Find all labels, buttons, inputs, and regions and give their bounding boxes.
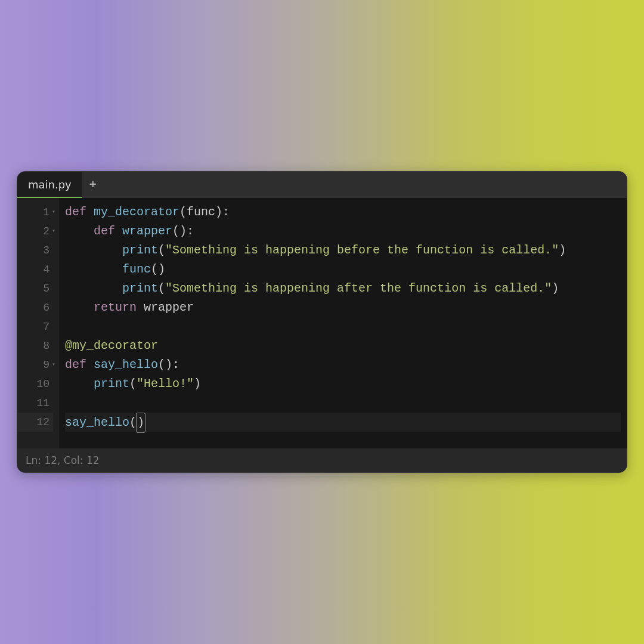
token: ) xyxy=(194,377,201,391)
code-line[interactable]: print("Hello!") xyxy=(65,374,621,394)
token: def xyxy=(65,358,94,371)
status-line-col[interactable]: Ln: 12, Col: 12 xyxy=(26,454,100,466)
editor-window: main.py + 123456789101112 def my_decorat… xyxy=(17,171,627,473)
code-line[interactable]: func() xyxy=(65,260,621,279)
token: wrapper xyxy=(144,301,194,314)
token: () xyxy=(151,262,165,276)
gutter-line[interactable]: 10 xyxy=(17,374,53,394)
gutter-line[interactable]: 5 xyxy=(17,279,53,298)
token: print xyxy=(122,281,158,295)
token: ) xyxy=(136,413,145,433)
token xyxy=(65,224,94,238)
new-tab-button[interactable]: + xyxy=(82,172,104,198)
code-line[interactable]: print("Something is happening after the … xyxy=(65,279,621,298)
token: def xyxy=(65,205,94,219)
token: @my_decorator xyxy=(65,339,158,352)
gutter-line[interactable]: 3 xyxy=(17,241,53,260)
status-bar: Ln: 12, Col: 12 xyxy=(17,448,627,472)
token: return xyxy=(94,301,144,314)
gutter-line[interactable]: 6 xyxy=(17,298,53,317)
gutter-line[interactable]: 8 xyxy=(17,336,53,355)
code-line[interactable]: @my_decorator xyxy=(65,336,621,355)
token: ) xyxy=(552,281,559,295)
token xyxy=(65,301,94,314)
gutter-line[interactable]: 1 xyxy=(17,203,53,222)
code-line[interactable]: def my_decorator(func): xyxy=(65,203,621,222)
code-line[interactable] xyxy=(65,317,621,336)
token: ) xyxy=(559,243,566,257)
token: say_hello xyxy=(65,416,129,429)
token: ( xyxy=(158,243,165,257)
token: (): xyxy=(172,224,194,238)
token xyxy=(65,262,122,276)
editor-body: 123456789101112 def my_decorator(func): … xyxy=(17,198,627,448)
token: my_decorator xyxy=(94,205,179,219)
token: wrapper xyxy=(122,224,172,238)
code-line[interactable]: def wrapper(): xyxy=(65,222,621,241)
token: ): xyxy=(215,205,230,219)
token: def xyxy=(94,224,122,238)
token: ( xyxy=(129,377,137,391)
token: "Hello!" xyxy=(137,377,194,391)
gutter-line[interactable]: 12 xyxy=(17,413,53,432)
gutter-line[interactable]: 2 xyxy=(17,222,53,241)
token: ( xyxy=(179,205,187,219)
token: (): xyxy=(158,358,179,371)
plus-icon: + xyxy=(89,178,97,192)
token xyxy=(65,281,122,295)
token: ( xyxy=(158,281,165,295)
tab-label: main.py xyxy=(28,178,72,191)
gutter-line[interactable]: 9 xyxy=(17,355,53,374)
token xyxy=(65,243,122,257)
code-line[interactable]: print("Something is happening before the… xyxy=(65,241,621,260)
token: func xyxy=(122,262,151,276)
gutter-line[interactable]: 4 xyxy=(17,260,53,279)
token: print xyxy=(94,377,129,391)
code-line[interactable]: return wrapper xyxy=(65,298,621,317)
token: print xyxy=(122,243,158,257)
tab-main-py[interactable]: main.py xyxy=(17,172,82,198)
token: "Something is happening after the functi… xyxy=(165,281,552,295)
code-line[interactable] xyxy=(65,394,621,413)
token xyxy=(65,377,94,391)
gutter: 123456789101112 xyxy=(17,198,59,448)
code-area[interactable]: def my_decorator(func): def wrapper(): p… xyxy=(59,198,627,448)
gutter-line[interactable]: 7 xyxy=(17,317,53,336)
code-line[interactable]: def say_hello(): xyxy=(65,355,621,374)
code-line[interactable]: say_hello() xyxy=(65,413,621,432)
token: say_hello xyxy=(94,358,158,371)
token: func xyxy=(187,205,215,219)
token: "Something is happening before the funct… xyxy=(165,243,559,257)
gutter-line[interactable]: 11 xyxy=(17,394,53,413)
tab-bar: main.py + xyxy=(17,172,627,198)
